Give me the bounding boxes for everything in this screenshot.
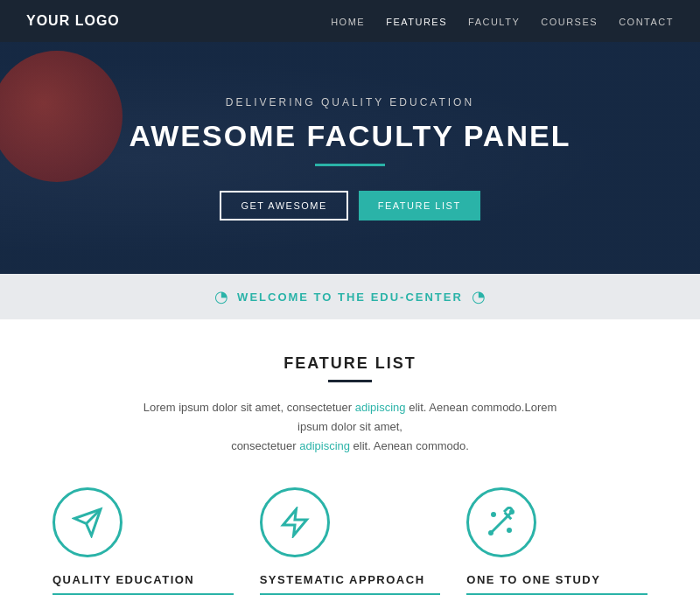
hero-section: DELIVERING QUALITY EDUCATION AWESOME FAC… (0, 42, 700, 274)
feature-card-3: ONE TO ONE STUDY Lorem ipsum dolor sit a… (466, 487, 648, 602)
svg-point-5 (508, 529, 511, 532)
paper-plane-icon (72, 507, 103, 538)
card-1-title: QUALITY EDUCATION (52, 573, 234, 586)
hero-title: AWESOME FACULTY PANEL (130, 119, 571, 153)
desc-highlight2: adipiscing (299, 439, 350, 452)
feature-card-1: QUALITY EDUCATION Lorem ipsum dolor sit … (52, 487, 234, 602)
hero-buttons: GET AWESOME FEATURE LIST (220, 191, 480, 220)
card-3-title: ONE TO ONE STUDY (466, 573, 648, 586)
get-awesome-button[interactable]: GET AWESOME (220, 191, 347, 220)
svg-point-7 (490, 532, 493, 535)
nav-faculty[interactable]: FACULTY (468, 17, 520, 27)
svg-marker-2 (283, 509, 306, 536)
card-2-underline (260, 593, 441, 595)
desc-highlight1: adipiscing (355, 401, 406, 414)
card-3-underline (466, 593, 648, 595)
welcome-icon-right: ◔ (472, 287, 486, 306)
features-title-underline (328, 380, 372, 382)
svg-point-6 (511, 511, 514, 514)
hero-underline (315, 164, 385, 166)
systematic-approach-icon-circle (260, 487, 330, 557)
card-1-underline (52, 593, 234, 595)
navbar-logo: YOUR LOGO (26, 13, 120, 29)
navbar-links: HOME FEATURES FACULTY COURSES CONTACT (331, 14, 674, 28)
hero-decoration (0, 51, 122, 182)
welcome-text: WELCOME TO THE EDU-CENTER (237, 290, 463, 304)
feature-cards: QUALITY EDUCATION Lorem ipsum dolor sit … (52, 487, 648, 602)
navbar: YOUR LOGO HOME FEATURES FACULTY COURSES … (0, 0, 700, 42)
hero-subtitle: DELIVERING QUALITY EDUCATION (226, 96, 474, 108)
nav-home[interactable]: HOME (331, 17, 365, 27)
feature-list-button[interactable]: FEATURE LIST (359, 191, 480, 220)
welcome-banner: ◔ WELCOME TO THE EDU-CENTER ◔ (0, 274, 700, 319)
welcome-icon-left: ◔ (214, 287, 228, 306)
features-section: FEATURE LIST Lorem ipsum dolor sit amet,… (0, 319, 700, 602)
card-2-title: SYSTEMATIC APPROACH (260, 573, 441, 586)
nav-features[interactable]: FEATURES (386, 17, 447, 27)
feature-card-2: SYSTEMATIC APPROACH Lorem ipsum dolor si… (260, 487, 441, 602)
features-title: FEATURE LIST (52, 354, 648, 373)
features-description: Lorem ipsum dolor sit amet, consectetuer… (131, 398, 569, 456)
wand-icon (486, 507, 517, 538)
nav-courses[interactable]: COURSES (541, 17, 598, 27)
nav-contact[interactable]: CONTACT (619, 17, 674, 27)
lightning-icon (279, 507, 311, 538)
quality-education-icon-circle (52, 487, 122, 557)
one-to-one-icon-circle (466, 487, 536, 557)
svg-point-4 (493, 514, 495, 516)
